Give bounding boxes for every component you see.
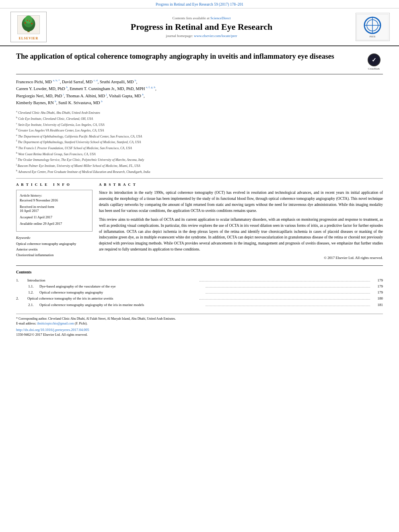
toc-dots-1-2 [206,290,370,294]
journal-homepage: journal homepage: www.elsevier.com/locat… [166,34,237,38]
affiliation-f: f The Department of Ophthalmology, Stanf… [16,139,383,145]
affiliation-i: i The Ocular Immunology Service, The Eye… [16,156,383,162]
journal-reference-bar: Progress in Retinal and Eye Research 59 … [0,0,399,8]
crossmark-text: CrossMark [368,67,380,70]
abstract-para-2: This review aims to establish the basis … [99,217,383,252]
toc-item-2: 2. Optical coherence tomography of the i… [16,296,383,302]
affiliations-section: a Cleveland Clinic Abu Dhabi, Abu Dhabi,… [16,109,383,174]
accepted-value: Accepted 11 April 2017 [20,215,89,219]
toc-label-2: Optical coherence tomography of the iris… [27,296,198,302]
toc-page-1-2: 179 [372,290,383,296]
available-value: Available online 29 April 2017 [20,222,89,226]
sciencedirect-link[interactable]: ScienceDirect [210,16,230,20]
email-label: E-mail address: [16,322,36,325]
doi-link[interactable]: http://dx.doi.org/10.1016/j.preteyeres.2… [16,328,383,332]
elsevier-logo-box: ELSEVIER [10,12,47,42]
contents-section: Contents 1. Introduction 179 1.1. Dye-ba… [16,265,383,308]
article-info-label: A R T I C L E I N F O [16,183,93,187]
affiliation-d: d Greater Los Angeles VA Healthcare Cent… [16,127,383,133]
svg-text:PRER: PRER [369,35,375,38]
abstract-label: A B S T R A C T [99,183,383,187]
toc-dots-2-1 [206,302,370,306]
affiliation-j: j Bascom Palmer Eye Institute, Universit… [16,162,383,168]
email-note: E-mail address: ilmiticiopicchio@gmail.c… [16,321,383,326]
toc-dots-2 [200,296,370,300]
toc-item-1-1: 1.1. Dye-based angiography of the vascul… [16,283,383,290]
keyword-3: Chorioretinal inflammation [16,253,93,258]
svg-point-8 [29,21,30,22]
issn-line: 1350-9462/© 2017 Elsevier Ltd. All right… [16,333,383,337]
keyword-1: Optical coherence tomography angiography [16,241,93,247]
revised-value: Received in revised form10 April 2017 [20,205,89,213]
toc-num-1-1: 1.1. [28,283,39,290]
keywords-section: Keywords: Optical coherence tomography a… [16,236,93,258]
svg-point-4 [25,16,32,24]
toc-label-2-1: Optical coherence tomography angiography… [39,302,204,308]
affiliation-c: c Stein Eye Institute, University of Cal… [16,121,383,127]
history-label: Article history: [20,193,89,197]
sciencedirect-label: Contents lists available at ScienceDirec… [173,16,231,20]
journal-header: ELSEVIER Contents lists available at Sci… [0,8,399,46]
toc-page-2-1: 181 [372,302,383,308]
toc-label-1: Introduction [27,277,198,283]
keywords-label: Keywords: [16,236,93,240]
affiliation-b: b Cole Eye Institute, Cleveland Clinic, … [16,115,383,121]
toc-item-1: 1. Introduction 179 [16,277,383,283]
abstract-para-1: Since its introduction in the early 1990… [99,190,383,214]
toc-label-1-1: Dye-based angiography of the vasculature… [39,283,204,290]
article-info-box: Article history: Received 9 November 201… [16,190,93,232]
email-link[interactable]: ilmiticiopicchio@gmail.com [37,322,74,325]
keyword-2: Anterior uveitis [16,247,93,253]
toc-num-2-1: 2.1. [28,302,39,308]
toc-dots-1 [200,277,370,281]
abstract-text: Since its introduction in the early 1990… [99,190,383,252]
crossmark-icon: ✓ [368,53,380,66]
elsevier-tree-icon [14,14,43,36]
received-value: Received 9 November 2016 [20,198,89,202]
journal-logo-right: PRER [352,12,393,42]
toc-num-1: 1. [16,277,27,283]
affiliation-g: g The Francis I. Proctor Foundation, UCS… [16,145,383,151]
main-content: The application of optical coherence tom… [0,46,399,342]
contents-title: Contents [16,270,383,274]
email-paren: (F. Pichi). [75,322,88,325]
svg-point-5 [25,22,26,24]
toc-item-2-1: 2.1. Optical coherence tomography angiog… [16,302,383,308]
crossmark-badge: ✓ CrossMark [365,53,383,70]
toc-label-1-2: Optical coherence tomography angiography [39,290,204,296]
affiliation-h: h West Coast Retina Medical Group, San F… [16,151,383,157]
corresponding-note: * Corresponding author. Cleveland Clinic… [16,316,383,321]
article-info-column: A R T I C L E I N F O Article history: R… [16,183,93,259]
affiliation-k: k Advanced Eye Centre, Post Graduate Ins… [16,168,383,175]
journal-title-section: Contents lists available at ScienceDirec… [55,12,348,42]
article-title-section: The application of optical coherence tom… [16,52,383,74]
affiliation-a: a Cleveland Clinic Abu Dhabi, Abu Dhabi,… [16,109,383,115]
toc-page-2: 180 [372,296,383,302]
svg-point-7 [27,20,28,21]
elsevier-logo-section: ELSEVIER [6,12,51,42]
authors-section: Francesco Pichi, MD a, b, *, David Sarra… [16,78,383,106]
article-body: A R T I C L E I N F O Article history: R… [16,178,383,259]
footer-section: * Corresponding author. Cleveland Clinic… [16,314,383,337]
toc-item-1-2: 1.2. Optical coherence tomography angiog… [16,290,383,296]
toc-page-1: 179 [372,277,383,283]
journal-logo-svg: PRER [356,14,389,40]
abstract-column: A B S T R A C T Since its introduction i… [99,183,383,259]
toc-dots-1-1 [206,283,370,288]
article-title: The application of optical coherence tom… [16,52,361,61]
svg-point-6 [31,23,33,25]
journal-logo-image: PRER [356,13,390,41]
journal-homepage-link[interactable]: www.elsevier.com/locate/prer [194,34,237,38]
elsevier-text: ELSEVIER [19,37,38,40]
affiliation-e: e The Department of Ophthalmology, Calif… [16,133,383,139]
toc-num-1-2: 1.2. [28,290,39,296]
journal-title: Progress in Retinal and Eye Research [131,22,273,32]
toc-num-2: 2. [16,296,27,302]
copyright-line: © 2017 Elsevier Ltd. All rights reserved… [99,256,383,260]
toc-page-1-1: 179 [372,283,383,290]
